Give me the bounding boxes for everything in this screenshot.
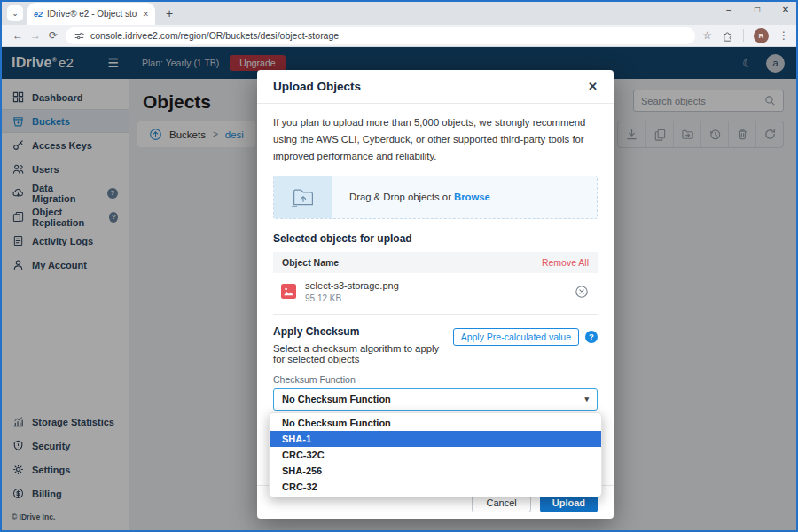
option-crc-32[interactable]: CRC-32 <box>270 479 601 495</box>
remove-file-icon[interactable] <box>575 285 589 299</box>
browser-menu-icon[interactable]: ⋮ <box>778 29 789 42</box>
window-close-button[interactable]: ✕ <box>780 4 791 14</box>
section-divider <box>273 314 598 315</box>
option-no-checksum[interactable]: No Checksum Function <box>270 415 601 431</box>
chevron-down-icon: ⌄ <box>12 9 19 18</box>
maximize-button[interactable]: □ <box>752 4 763 14</box>
dropzone-icon-box <box>274 176 332 218</box>
help-question-icon[interactable]: ? <box>585 331 598 343</box>
bookmark-star-icon[interactable]: ☆ <box>702 29 712 42</box>
window-controls: – □ ✕ <box>724 4 791 14</box>
toolbar-right: ☆ R ⋮ <box>702 28 789 43</box>
browser-profile-avatar[interactable]: R <box>754 28 769 43</box>
forward-icon: → <box>27 29 44 42</box>
toolbar-divider <box>743 29 744 42</box>
upload-objects-modal: Upload Objects ✕ If you plan to upload m… <box>257 70 614 519</box>
file-size: 95.12 KB <box>305 293 566 303</box>
idrive-console-page: IDrive®e2 ☰ Plan: Yearly (1 TB) Upgrade … <box>2 47 796 530</box>
drag-drop-label: Drag & Drop objects or <box>349 192 451 202</box>
caret-down-icon: ▾ <box>584 395 589 403</box>
browser-tab[interactable]: e2 IDrive® e2 - Object storage ✕ <box>27 3 155 25</box>
image-file-icon <box>281 284 296 299</box>
dropzone[interactable]: Drag & Drop objects or Browse <box>273 176 598 219</box>
browser-tab-strip: ⌄ e2 IDrive® e2 - Object storage ✕ + – □… <box>2 2 796 25</box>
checksum-dropdown-list: No Checksum Function SHA-1 CRC-32C SHA-2… <box>269 412 602 497</box>
browse-link[interactable]: Browse <box>454 192 490 202</box>
checksum-function-select[interactable]: No Checksum Function ▾ <box>273 388 598 411</box>
modal-close-icon[interactable]: ✕ <box>588 80 598 93</box>
option-crc-32c[interactable]: CRC-32C <box>270 447 601 463</box>
option-sha-256[interactable]: SHA-256 <box>270 463 601 479</box>
extensions-icon[interactable] <box>722 30 733 42</box>
folder-upload-icon <box>290 185 317 208</box>
browser-toolbar: ← → ⟳ console.idrivee2.com/region/OR/buc… <box>2 25 796 47</box>
minimize-button[interactable]: – <box>724 4 734 14</box>
select-value: No Checksum Function <box>282 394 391 404</box>
tab-title: IDrive® e2 - Object storage <box>47 9 137 19</box>
site-info-icon[interactable] <box>74 31 84 41</box>
option-sha-1[interactable]: SHA-1 <box>270 431 601 447</box>
address-bar[interactable]: console.idrivee2.com/region/OR/buckets/d… <box>66 27 695 44</box>
apply-checksum-heading: Apply Checksum <box>273 325 453 338</box>
file-row: select-s3-storage.png 95.12 KB <box>273 273 598 311</box>
apply-precalculated-button[interactable]: Apply Pre-calculated value <box>453 328 579 346</box>
modal-body: If you plan to upload more than 5,000 ob… <box>257 104 614 485</box>
checksum-actions: Apply Pre-calculated value ? <box>453 325 598 346</box>
file-table-header: Object Name Remove All <box>273 252 598 273</box>
back-icon[interactable]: ← <box>9 29 27 42</box>
remove-all-link[interactable]: Remove All <box>542 257 589 268</box>
url-text: console.idrivee2.com/region/OR/buckets/d… <box>90 30 339 41</box>
modal-title: Upload Objects <box>273 80 588 93</box>
checksum-text: Apply Checksum Select a checksum algorit… <box>273 325 453 364</box>
dropzone-text: Drag & Drop objects or Browse <box>349 192 490 202</box>
file-meta: select-s3-storage.png 95.12 KB <box>305 280 566 303</box>
tab-close-icon[interactable]: ✕ <box>142 10 149 19</box>
upload-recommendation-text: If you plan to upload more than 5,000 ob… <box>273 114 598 166</box>
file-name: select-s3-storage.png <box>305 280 566 291</box>
profile-initial: R <box>759 32 764 40</box>
checksum-function-label: Checksum Function <box>273 374 598 385</box>
column-object-name: Object Name <box>282 257 542 268</box>
modal-header: Upload Objects ✕ <box>257 70 614 104</box>
reload-icon[interactable]: ⟳ <box>44 29 62 42</box>
selected-objects-heading: Selected objects for upload <box>273 232 598 245</box>
new-tab-button[interactable]: + <box>166 6 173 20</box>
site-favicon: e2 <box>34 10 43 19</box>
checksum-subtext: Select a checksum algorithm to apply for… <box>273 343 453 364</box>
tab-search-button[interactable]: ⌄ <box>7 5 23 21</box>
checksum-section: Apply Checksum Select a checksum algorit… <box>273 325 598 364</box>
